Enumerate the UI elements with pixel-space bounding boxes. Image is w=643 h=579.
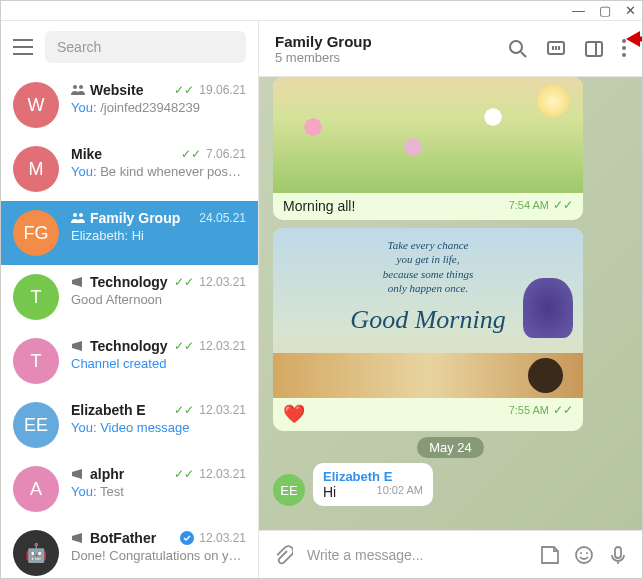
chat-preview: Done! Congratulations on yo… <box>71 548 246 563</box>
chat-name: Mike <box>71 146 176 162</box>
chat-list-item[interactable]: 🤖BotFather12.03.21Done! Congratulations … <box>1 521 258 578</box>
chat-header: Family Group 5 members <box>259 21 642 77</box>
chat-preview: Channel created <box>71 356 246 371</box>
read-checks-icon: ✓✓ <box>174 83 194 97</box>
sender-name: Elizabeth E <box>323 469 423 484</box>
chat-subtitle: 5 members <box>275 50 496 65</box>
chat-preview: You: Be kind whenever possi… <box>71 164 246 179</box>
chat-list: WWebsite✓✓19.06.21You: /joinfed23948239M… <box>1 73 258 578</box>
minimize-button[interactable]: — <box>572 3 585 18</box>
group-icon <box>71 84 85 96</box>
message-time: 7:54 AM✓✓ <box>509 198 573 212</box>
chat-list-item[interactable]: TTechnology✓✓12.03.21Channel created <box>1 329 258 393</box>
chat-name: Technology <box>90 274 169 290</box>
message-text: Morning all! <box>283 198 355 214</box>
chat-date: 24.05.21 <box>199 211 246 225</box>
svg-point-10 <box>622 53 626 57</box>
read-checks-icon: ✓✓ <box>553 198 573 212</box>
read-checks-icon: ✓✓ <box>174 467 194 481</box>
megaphone-icon <box>71 340 85 352</box>
chat-preview: Good Afternoon <box>71 292 246 307</box>
chat-name: Website <box>90 82 169 98</box>
chat-list-item[interactable]: WWebsite✓✓19.06.21You: /joinfed23948239 <box>1 73 258 137</box>
sender-avatar[interactable]: EE <box>273 474 305 506</box>
chat-avatar: FG <box>13 210 59 256</box>
chat-date: 12.03.21 <box>199 531 246 545</box>
chat-avatar: 🤖 <box>13 530 59 576</box>
date-separator: May 24 <box>273 439 628 455</box>
svg-point-9 <box>622 46 626 50</box>
svg-point-0 <box>73 85 77 89</box>
chat-name: Family Group <box>90 210 194 226</box>
svg-rect-14 <box>615 547 621 558</box>
read-checks-icon: ✓✓ <box>553 403 573 417</box>
svg-point-11 <box>576 547 592 563</box>
chat-name: alphr <box>90 466 169 482</box>
chat-header-info[interactable]: Family Group 5 members <box>275 33 496 65</box>
chat-preview: You: Test <box>71 484 246 499</box>
maximize-button[interactable]: ▢ <box>599 3 611 18</box>
chat-list-item[interactable]: EEElizabeth E✓✓12.03.21You: Video messag… <box>1 393 258 457</box>
menu-icon[interactable] <box>13 39 33 55</box>
megaphone-icon <box>71 276 85 288</box>
message-outgoing[interactable]: Take every chance you get in life, becau… <box>273 228 583 431</box>
attach-icon[interactable] <box>273 545 293 565</box>
message-time: 7:55 AM✓✓ <box>509 403 573 417</box>
chat-date: 12.03.21 <box>199 467 246 481</box>
sticker-icon[interactable] <box>540 545 560 565</box>
message-area[interactable]: Morning all! 7:54 AM✓✓ Take every chance… <box>259 77 642 530</box>
chat-panel: Family Group 5 members <box>259 21 642 578</box>
svg-point-8 <box>622 39 626 43</box>
svg-point-12 <box>580 552 582 554</box>
chat-date: 7.06.21 <box>206 147 246 161</box>
microphone-icon[interactable] <box>608 545 628 565</box>
svg-point-13 <box>586 552 588 554</box>
sidebar: Search WWebsite✓✓19.06.21You: /joinfed23… <box>1 21 259 578</box>
svg-point-1 <box>79 85 83 89</box>
chat-list-item[interactable]: Aalphr✓✓12.03.21You: Test <box>1 457 258 521</box>
chat-name: Technology <box>90 338 169 354</box>
message-incoming[interactable]: EE Elizabeth E Hi 10:02 AM <box>273 463 628 506</box>
chat-name: Elizabeth E <box>71 402 169 418</box>
chat-avatar: T <box>13 274 59 320</box>
read-checks-icon: ✓✓ <box>174 403 194 417</box>
svg-point-3 <box>79 213 83 217</box>
message-outgoing[interactable]: Morning all! 7:54 AM✓✓ <box>273 77 583 220</box>
group-icon <box>71 212 85 224</box>
search-icon[interactable] <box>508 39 528 59</box>
message-input[interactable] <box>307 547 526 563</box>
megaphone-icon <box>71 532 85 544</box>
read-checks-icon: ✓✓ <box>174 275 194 289</box>
comments-icon[interactable] <box>546 39 566 59</box>
message-composer <box>259 530 642 578</box>
svg-point-5 <box>510 41 522 53</box>
chat-avatar: M <box>13 146 59 192</box>
chat-avatar: EE <box>13 402 59 448</box>
chat-preview: You: /joinfed23948239 <box>71 100 246 115</box>
chat-title: Family Group <box>275 33 496 50</box>
chat-avatar: W <box>13 82 59 128</box>
message-image: Take every chance you get in life, becau… <box>273 228 583 398</box>
chat-date: 12.03.21 <box>199 403 246 417</box>
chat-preview: Elizabeth: Hi <box>71 228 246 243</box>
more-icon[interactable] <box>622 39 626 59</box>
sidepanel-icon[interactable] <box>584 39 604 59</box>
read-checks-icon: ✓✓ <box>174 339 194 353</box>
window-titlebar: — ▢ ✕ <box>1 1 642 21</box>
chat-name: BotFather <box>90 530 175 546</box>
search-input[interactable]: Search <box>45 31 246 63</box>
chat-preview: You: Video message <box>71 420 246 435</box>
svg-point-2 <box>73 213 77 217</box>
emoji-icon[interactable] <box>574 545 594 565</box>
chat-list-item[interactable]: MMike✓✓7.06.21You: Be kind whenever poss… <box>1 137 258 201</box>
megaphone-icon <box>71 468 85 480</box>
chat-list-item[interactable]: FGFamily Group24.05.21Elizabeth: Hi <box>1 201 258 265</box>
chat-date: 12.03.21 <box>199 339 246 353</box>
chat-avatar: T <box>13 338 59 384</box>
read-checks-icon: ✓✓ <box>181 147 201 161</box>
close-button[interactable]: ✕ <box>625 3 636 18</box>
message-time: 10:02 AM <box>377 484 423 496</box>
heart-reaction-icon: ❤️ <box>283 404 305 424</box>
chat-list-item[interactable]: TTechnology✓✓12.03.21Good Afternoon <box>1 265 258 329</box>
svg-rect-7 <box>586 42 602 56</box>
